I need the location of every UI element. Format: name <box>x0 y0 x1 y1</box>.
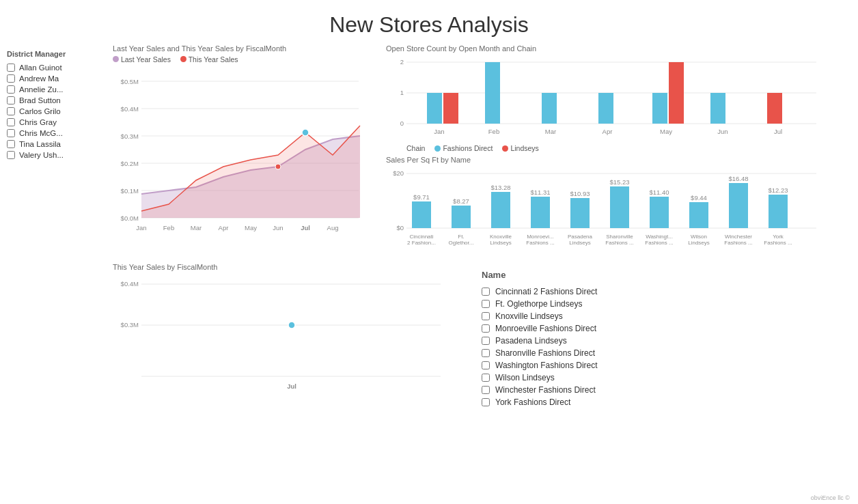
svg-text:Aug: Aug <box>327 224 339 232</box>
svg-text:Lindseys: Lindseys <box>569 240 591 246</box>
svg-text:Jul: Jul <box>301 224 310 232</box>
name-legend-item[interactable]: Monroeville Fashions Direct <box>482 322 838 335</box>
name-legend-title: Name <box>482 270 838 280</box>
name-legend-label: Washington Fashions Direct <box>495 361 598 370</box>
this-year-title: This Year Sales by FiscalMonth <box>113 263 454 271</box>
svg-text:$0.2M: $0.2M <box>121 160 139 167</box>
sidebar-item[interactable]: Valery Ush... <box>7 150 99 160</box>
name-legend-checkbox[interactable] <box>482 386 490 394</box>
svg-marker-13 <box>141 126 360 218</box>
svg-text:Sharonville: Sharonville <box>606 234 633 240</box>
this-year-chart-box: This Year Sales by FiscalMonth $0.4M $0.… <box>113 263 454 504</box>
svg-text:Winchester: Winchester <box>725 234 752 240</box>
svg-rect-56 <box>491 192 510 228</box>
svg-rect-68 <box>610 186 629 228</box>
svg-text:2: 2 <box>400 58 404 66</box>
sidebar-checkbox[interactable] <box>7 74 15 83</box>
name-legend-checkbox[interactable] <box>482 288 490 296</box>
chain-legend: Chain Fashions Direct Lindseys <box>406 144 851 152</box>
name-legend-checkbox[interactable] <box>482 300 490 308</box>
svg-text:$0.0M: $0.0M <box>121 214 139 222</box>
sidebar-item[interactable]: Brad Sutton <box>7 95 99 106</box>
lindseys-legend: Lindseys <box>502 144 538 152</box>
sidebar-item[interactable]: Chris Gray <box>7 117 99 128</box>
svg-text:$11.40: $11.40 <box>649 188 669 196</box>
svg-text:$0.5M: $0.5M <box>121 78 139 85</box>
svg-rect-28 <box>427 93 442 124</box>
name-legend-item[interactable]: Winchester Fashions Direct <box>482 384 838 396</box>
name-legend-box: Name Cincinnati 2 Fashions DirectFt. Ogl… <box>468 263 851 504</box>
name-legend-item[interactable]: Sharonville Fashions Direct <box>482 347 838 359</box>
name-legend-label: Knoxville Lindseys <box>495 311 563 321</box>
svg-text:$0.4M: $0.4M <box>121 280 139 288</box>
open-store-svg: 2 1 0 <box>386 55 823 144</box>
sidebar-item[interactable]: Allan Guinot <box>7 62 99 73</box>
svg-text:$16.48: $16.48 <box>728 175 748 182</box>
svg-rect-52 <box>452 206 471 228</box>
sidebar-item-label: Andrew Ma <box>19 74 59 83</box>
name-legend-label: Pasadena Lindseys <box>495 336 567 346</box>
name-legend-label: Cincinnati 2 Fashions Direct <box>495 287 597 296</box>
svg-text:$12.23: $12.23 <box>768 186 788 194</box>
fashions-label: Fashions Direct <box>443 144 493 152</box>
name-legend-checkbox[interactable] <box>482 312 490 320</box>
line-chart-svg: $0.0M $0.1M $0.2M $0.3M $0.4M $0.5M <box>113 68 365 238</box>
name-legend-label: Ft. Oglethorpe Lindseys <box>495 299 582 309</box>
name-legend-item[interactable]: Pasadena Lindseys <box>482 335 838 347</box>
svg-text:Wilson: Wilson <box>691 234 707 240</box>
name-legend-checkbox[interactable] <box>482 361 490 369</box>
svg-text:$9.71: $9.71 <box>413 193 430 201</box>
svg-rect-31 <box>542 93 557 124</box>
lindseys-dot <box>502 145 508 152</box>
svg-rect-34 <box>669 62 684 124</box>
svg-text:$20: $20 <box>393 169 404 177</box>
name-legend-item[interactable]: Knoxville Lindseys <box>482 310 838 322</box>
name-legend-checkbox[interactable] <box>482 324 490 333</box>
svg-rect-84 <box>769 195 788 228</box>
svg-text:Fashions ...: Fashions ... <box>526 240 554 246</box>
svg-rect-33 <box>652 93 667 124</box>
sidebar-checkbox[interactable] <box>7 64 15 72</box>
svg-text:Lindseys: Lindseys <box>688 240 710 246</box>
this-year-label: This Year Sales <box>189 55 238 64</box>
jun-dot <box>275 164 281 169</box>
sidebar-item[interactable]: Tina Lassila <box>7 139 99 150</box>
name-legend-item[interactable]: York Fashions Direct <box>482 396 838 408</box>
svg-rect-72 <box>650 197 669 228</box>
svg-text:Oglethor...: Oglethor... <box>449 240 474 246</box>
sidebar-item[interactable]: Chris McG... <box>7 128 99 139</box>
name-legend-checkbox[interactable] <box>482 337 490 345</box>
name-legend-item[interactable]: Ft. Oglethorpe Lindseys <box>482 298 838 310</box>
svg-text:Apr: Apr <box>603 128 613 135</box>
sidebar-checkbox[interactable] <box>7 96 15 104</box>
svg-text:Fashions ...: Fashions ... <box>645 240 673 246</box>
line-chart-legend: Last Year Sales This Year Sales <box>113 55 372 64</box>
sidebar-item-label: Allan Guinot <box>19 64 62 72</box>
name-legend-checkbox[interactable] <box>482 398 490 406</box>
sales-sqft-title: Sales Per Sq Ft by Name <box>386 156 851 164</box>
sidebar-item[interactable]: Andrew Ma <box>7 73 99 84</box>
svg-text:0: 0 <box>400 120 404 127</box>
svg-rect-30 <box>485 62 500 124</box>
sidebar-checkbox[interactable] <box>7 107 15 115</box>
name-legend-item[interactable]: Washington Fashions Direct <box>482 359 838 372</box>
last-year-dot <box>113 56 119 62</box>
this-year-legend: This Year Sales <box>180 55 238 64</box>
sidebar-item-label: Valery Ush... <box>19 151 64 159</box>
name-legend-checkbox[interactable] <box>482 349 490 357</box>
sidebar-checkbox[interactable] <box>7 118 15 126</box>
sidebar-item[interactable]: Carlos Grilo <box>7 106 99 117</box>
name-legend-item[interactable]: Cincinnati 2 Fashions Direct <box>482 285 838 298</box>
sidebar-checkbox[interactable] <box>7 129 15 137</box>
sidebar-checkbox[interactable] <box>7 85 15 94</box>
svg-text:Jul: Jul <box>287 382 296 390</box>
svg-rect-64 <box>570 198 590 228</box>
sidebar-checkbox[interactable] <box>7 151 15 159</box>
name-legend-item[interactable]: Wilson Lindseys <box>482 372 838 384</box>
svg-text:Jun: Jun <box>273 224 283 232</box>
district-manager-filter: District Manager Allan GuinotAndrew MaAn… <box>0 44 106 504</box>
sidebar-checkbox[interactable] <box>7 140 15 148</box>
sidebar-item[interactable]: Annelie Zu... <box>7 84 99 95</box>
name-legend-label: Sharonville Fashions Direct <box>495 348 595 358</box>
name-legend-checkbox[interactable] <box>482 374 490 382</box>
